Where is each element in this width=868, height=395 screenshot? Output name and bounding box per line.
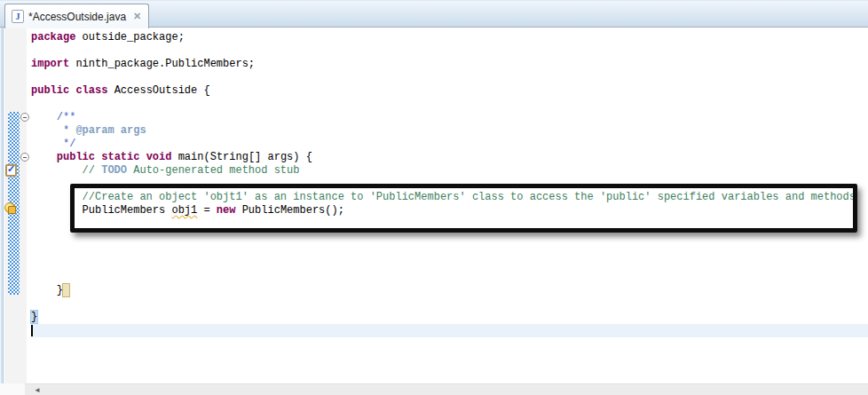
code-line[interactable]: */: [31, 138, 868, 151]
horizontal-scrollbar[interactable]: ◄: [25, 383, 868, 395]
code-segment-occ: [63, 284, 69, 296]
code-line[interactable]: [31, 231, 868, 244]
code-line[interactable]: [31, 297, 868, 311]
code-line[interactable]: import ninth_package.PublicMembers;: [31, 58, 868, 71]
code-segment-kw: new: [217, 204, 236, 217]
code-line[interactable]: [31, 257, 868, 271]
code-line[interactable]: [31, 71, 868, 84]
window-left-edge: [0, 28, 4, 395]
code-segment-warn: obj1: [171, 204, 197, 217]
code-segment-comment: //: [31, 164, 101, 177]
code-line[interactable]: }: [31, 311, 868, 324]
code-line[interactable]: package outside_package;: [31, 31, 868, 44]
code-segment-kw: public: [31, 84, 69, 97]
code-segment-jdoc: *: [31, 124, 75, 137]
code-segment-code: ninth_package.PublicMembers;: [69, 58, 255, 70]
code-segment-code: }: [31, 284, 63, 296]
text-cursor: [31, 325, 33, 336]
code-segment-kw: static: [101, 151, 139, 163]
code-line[interactable]: [31, 271, 868, 284]
code-segment-code: =: [197, 204, 217, 217]
code-segment-code: [139, 151, 146, 163]
code-segment-code: outside_package;: [75, 31, 184, 43]
code-segment-kw: class: [75, 84, 107, 97]
code-line[interactable]: [31, 98, 868, 111]
code-segment-jdoc: */: [31, 138, 75, 150]
code-line[interactable]: public static void main(String[] args) {: [31, 151, 868, 164]
code-segment-brace: }: [31, 311, 37, 323]
code-line[interactable]: public class AccessOutside {: [31, 84, 868, 98]
code-line[interactable]: PublicMembers obj1 = new PublicMembers()…: [31, 204, 868, 217]
code-line[interactable]: [31, 178, 868, 191]
tab-title: *AccessOutside.java: [28, 11, 126, 23]
code-line[interactable]: /**: [31, 111, 868, 124]
close-icon[interactable]: ✕: [130, 11, 141, 22]
code-editor-area[interactable]: package outside_package;import ninth_pac…: [31, 31, 868, 383]
code-segment-comment: //Create an object 'objt1' as an instanc…: [31, 191, 856, 203]
code-line[interactable]: //Create an object 'objt1' as an instanc…: [31, 191, 868, 204]
code-line[interactable]: [31, 44, 868, 58]
collapse-minus-icon[interactable]: [20, 153, 29, 162]
code-line[interactable]: // TODO Auto-generated method stub: [31, 164, 868, 178]
code-segment-kw: public: [57, 151, 95, 163]
eclipse-editor-window: J *AccessOutside.java ✕ package outside_…: [0, 0, 868, 395]
code-line[interactable]: * @param args: [31, 124, 868, 138]
code-segment-code: [31, 151, 57, 163]
code-segment-kw: void: [146, 151, 172, 163]
editor-tab-accessoutside[interactable]: J *AccessOutside.java ✕: [4, 4, 149, 28]
task-marker-icon[interactable]: [5, 164, 17, 177]
code-segment-code: PublicMembers: [31, 204, 171, 217]
code-segment-jtag: @param args: [75, 124, 146, 137]
java-file-icon: J: [12, 10, 24, 23]
code-segment-todo: TODO: [101, 164, 127, 177]
code-segment-jdoc: /**: [31, 111, 75, 123]
lightbulb-warning-icon[interactable]: [4, 202, 15, 213]
code-line[interactable]: }: [31, 284, 868, 297]
code-segment-comment: Auto-generated method stub: [127, 164, 299, 177]
code-line[interactable]: [31, 217, 868, 231]
code-line-current[interactable]: [31, 324, 868, 337]
code-segment-code: PublicMembers();: [235, 204, 343, 217]
scroll-left-arrow-icon[interactable]: ◄: [32, 385, 43, 395]
editor-tab-bar: J *AccessOutside.java ✕: [0, 1, 868, 28]
code-line[interactable]: [31, 244, 868, 257]
code-segment-kw: package: [31, 31, 75, 43]
code-segment-code: main(String[] args) {: [171, 151, 312, 163]
code-segment-kw: import: [31, 58, 69, 70]
scrollbar-corner-gap: [0, 383, 25, 395]
collapse-minus-icon[interactable]: [20, 113, 29, 122]
code-segment-code: AccessOutside {: [107, 84, 209, 97]
